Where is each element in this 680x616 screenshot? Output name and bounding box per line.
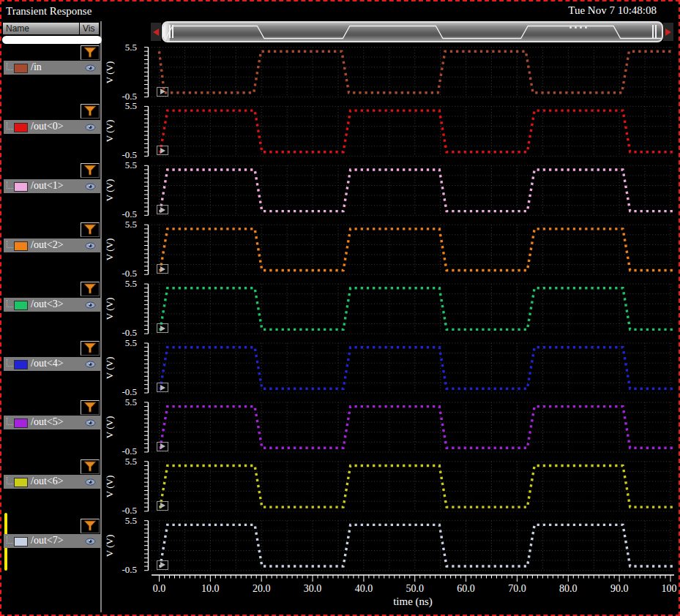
signal-name-label: /out<3> — [31, 298, 64, 310]
scroll-right-button[interactable] — [663, 23, 673, 41]
playhead-button[interactable] — [157, 501, 168, 511]
playhead-button[interactable] — [157, 87, 168, 97]
funnel-icon — [81, 519, 99, 533]
color-swatch — [14, 64, 28, 73]
y-max-label: 5.5 — [109, 397, 137, 408]
funnel-icon — [81, 401, 99, 414]
eye-icon[interactable] — [85, 242, 96, 249]
x-tick-label: 30.0 — [296, 583, 329, 595]
waveform-trace-/in[interactable] — [160, 51, 674, 93]
x-tick-label: 90.0 — [603, 583, 635, 595]
eye-icon[interactable] — [85, 419, 96, 427]
tree-branch-icon — [7, 241, 13, 248]
filter-button[interactable] — [81, 341, 100, 356]
funnel-icon — [81, 105, 99, 118]
eye-icon[interactable] — [85, 478, 96, 486]
x-tick-label: 70.0 — [501, 583, 533, 595]
tree-branch-icon — [7, 122, 13, 129]
signal-row[interactable]: /out<0> — [4, 120, 101, 134]
waveform-trace-/out<2>[interactable] — [160, 229, 674, 271]
waveform-trace-/out<3>[interactable] — [160, 288, 674, 330]
play-icon — [160, 266, 165, 272]
eye-icon[interactable] — [85, 301, 96, 309]
signal-row[interactable]: /out<3> — [4, 298, 101, 312]
playhead-button[interactable] — [157, 323, 168, 333]
signal-name-label: /out<0> — [31, 121, 64, 132]
signal-row[interactable]: /out<1> — [4, 179, 101, 193]
x-tick-label: 100 — [653, 583, 680, 595]
play-icon — [160, 326, 165, 331]
signal-row[interactable]: /out<7> — [4, 534, 101, 548]
color-swatch — [14, 301, 28, 310]
grip-dots-icon — [569, 18, 590, 31]
signal-name-label: /out<1> — [31, 180, 64, 192]
waveform-trace-/out<0>[interactable] — [160, 110, 674, 152]
filter-button[interactable] — [81, 400, 100, 415]
strip-2 — [144, 165, 674, 215]
eye-icon[interactable] — [85, 124, 96, 131]
y-axis-title: V (V) — [104, 530, 114, 562]
signal-name-label: /out<2> — [31, 239, 64, 251]
filter-button[interactable] — [81, 45, 100, 60]
eye-icon[interactable] — [85, 64, 96, 72]
signal-row[interactable]: /out<6> — [4, 475, 101, 489]
left-arrow-icon — [153, 29, 159, 36]
y-max-label: 5.5 — [109, 42, 137, 53]
playhead-button[interactable] — [157, 383, 168, 392]
waveform-trace-/out<5>[interactable] — [160, 407, 674, 448]
timestamp: Tue Nov 7 10:48:08 — [568, 4, 657, 17]
scroll-left-button[interactable] — [151, 23, 161, 41]
name-column-header[interactable]: Name — [3, 23, 79, 34]
signal-row[interactable]: /in — [4, 61, 101, 75]
playhead-button[interactable] — [157, 205, 168, 214]
filter-button[interactable] — [81, 459, 100, 474]
filter-button[interactable] — [81, 282, 100, 296]
sidebar-splitter[interactable] — [100, 21, 102, 612]
waveform-trace-/out<1>[interactable] — [160, 170, 674, 211]
playhead-button[interactable] — [157, 146, 168, 155]
x-axis — [152, 575, 674, 582]
filter-button[interactable] — [81, 519, 100, 533]
x-axis-title: time (ns) — [351, 596, 475, 608]
eye-icon[interactable] — [85, 183, 96, 190]
filter-button[interactable] — [81, 104, 100, 119]
tree-branch-icon — [7, 300, 13, 307]
y-axis-title: V (V) — [104, 115, 114, 147]
y-axis-title: V (V) — [104, 233, 114, 266]
y-axis-title: V (V) — [104, 352, 114, 384]
waveform-trace-/out<4>[interactable] — [160, 348, 674, 389]
strip-3 — [144, 225, 674, 274]
playhead-button[interactable] — [157, 264, 168, 274]
tree-branch-icon — [7, 181, 13, 189]
playhead-button[interactable] — [157, 560, 168, 570]
eye-icon[interactable] — [85, 538, 96, 545]
x-tick-label: 10.0 — [194, 583, 226, 595]
color-swatch — [14, 478, 28, 487]
color-swatch — [14, 123, 28, 132]
waveform-trace-/out<7>[interactable] — [160, 525, 674, 566]
playhead-button[interactable] — [157, 442, 168, 451]
x-tick-label: 60.0 — [450, 583, 482, 595]
play-icon — [160, 385, 165, 391]
waveform-trace-/out<6>[interactable] — [160, 466, 674, 508]
color-swatch — [14, 418, 28, 428]
tree-branch-icon — [7, 63, 13, 70]
funnel-icon — [81, 164, 99, 177]
window-title: Transient Response — [6, 5, 91, 18]
eye-icon[interactable] — [85, 361, 96, 368]
funnel-icon — [81, 342, 99, 355]
signal-filter-input[interactable] — [2, 36, 102, 44]
signal-row[interactable]: /out<4> — [4, 357, 101, 371]
color-swatch — [14, 182, 28, 192]
strip-5 — [144, 343, 674, 393]
filter-button[interactable] — [81, 163, 100, 178]
funnel-icon — [81, 282, 99, 296]
color-swatch — [14, 241, 28, 251]
vis-column-header[interactable]: Vis — [80, 23, 99, 34]
signal-row[interactable]: /out<2> — [4, 238, 101, 252]
filter-button[interactable] — [81, 222, 100, 237]
y-max-label: 5.5 — [109, 337, 137, 349]
y-axis-title: V (V) — [104, 293, 114, 325]
color-swatch — [14, 537, 28, 546]
signal-row[interactable]: /out<5> — [4, 416, 101, 429]
